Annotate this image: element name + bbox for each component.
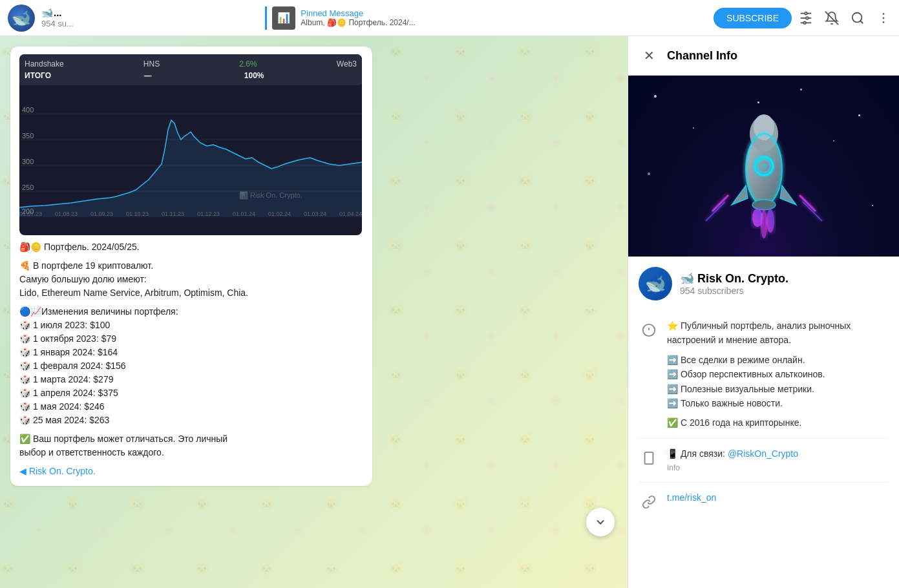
more-icon[interactable]: [876, 10, 891, 26]
channel-link[interactable]: ◀ Risk On. Crypto.: [19, 466, 96, 476]
row2-percent: 100%: [244, 71, 264, 80]
contact-sublabel: Info: [667, 462, 889, 474]
channel-icon-large: 🐋: [639, 267, 672, 300]
message-text: 🎒🪙 Портфель. 2024/05/25. 🍕 В портфеле 19…: [19, 240, 363, 478]
subscribe-button[interactable]: SUBSCRIBE: [714, 8, 792, 28]
star-7: [872, 205, 873, 206]
info-link-row: t.me/risk_on: [639, 483, 889, 520]
svg-line-50: [803, 202, 822, 221]
info-contact-row: 📱 Для связи: @RiskOn_Crypto Info: [639, 439, 889, 483]
filter-icon[interactable]: [798, 10, 814, 26]
panel-title: Channel Info: [667, 49, 737, 63]
svg-text:01.11.23: 01.11.23: [162, 211, 184, 217]
msg-line2: Самую большую долю имеют:: [19, 274, 147, 284]
channel-name: 🐋...: [41, 7, 62, 19]
star-3: [693, 127, 694, 129]
contact-label: 📱 Для связи:: [667, 448, 725, 459]
panel-close-button[interactable]: ✕: [639, 45, 659, 66]
row1-ticker: HNS: [143, 59, 160, 68]
star-1: [654, 95, 657, 98]
star-5: [833, 140, 834, 142]
pinned-info: Pinned Message Album, 🎒🪙 Портфель. 2024/…: [301, 8, 415, 27]
svg-text:350: 350: [22, 132, 34, 140]
svg-point-2: [805, 12, 807, 14]
info-description-text: ⭐ Публичный портфель, анализ рыночных на…: [667, 319, 889, 430]
main-content: Handshake HNS 2.6% Web3 ИТОГО — 100%: [0, 36, 899, 588]
svg-line-47: [712, 195, 728, 211]
messages-container: Handshake HNS 2.6% Web3 ИТОГО — 100%: [10, 47, 385, 486]
info-link-text: t.me/risk_on: [667, 490, 889, 505]
search-icon[interactable]: [850, 10, 865, 26]
svg-text:01.01.24: 01.01.24: [233, 211, 255, 217]
mute-icon[interactable]: [824, 10, 840, 26]
svg-point-46: [761, 210, 767, 238]
channel-banner: [628, 76, 899, 257]
channel-name-area: 🐋... 954 su...: [41, 7, 259, 28]
panel-header: ✕ Channel Info: [628, 36, 899, 76]
info-section: ⭐ Публичный портфель, анализ рыночных на…: [628, 311, 899, 530]
contact-link[interactable]: @RiskOn_Crypto: [728, 448, 798, 459]
svg-text:250: 250: [22, 184, 34, 191]
channel-identity: 🐋 🐋 Risk On. Crypto. 954 subscribers: [628, 257, 899, 311]
pinned-message-area[interactable]: 📊 Pinned Message Album, 🎒🪙 Портфель. 202…: [265, 6, 707, 30]
msg-item7: 🎲 1 мая 2024: $246: [19, 401, 105, 412]
row1-percent: 2.6%: [239, 59, 257, 68]
chart-image: Handshake HNS 2.6% Web3 ИТОГО — 100%: [19, 54, 362, 235]
desc-line3: ➡️ Обзор перспективных альткоинов.: [667, 367, 889, 381]
row1-name: Handshake: [25, 59, 64, 68]
star-4: [757, 101, 759, 103]
svg-text:01.08.23: 01.08.23: [55, 211, 78, 217]
svg-point-40: [761, 163, 767, 169]
header: 🐋 🐋... 954 su... 📊 Pinned Message Album,…: [0, 0, 899, 36]
rocket-svg: [699, 92, 829, 240]
contact-line: 📱 Для связи: @RiskOn_Crypto: [667, 446, 889, 461]
svg-text:01.07.23: 01.07.23: [19, 211, 42, 217]
close-icon: ✕: [644, 48, 655, 63]
svg-line-49: [799, 195, 816, 211]
msg-item8: 🎲 25 мая 2024: $263: [19, 415, 109, 425]
row1-category: Web3: [337, 59, 357, 68]
channel-info-panel: ✕ Channel Info: [628, 36, 899, 588]
scroll-down-button[interactable]: [586, 508, 615, 536]
svg-text:📊 Risk On. Crypto.: 📊 Risk On. Crypto.: [239, 191, 302, 200]
channel-url-link[interactable]: t.me/risk_on: [667, 492, 716, 503]
svg-text:01.02.24: 01.02.24: [268, 211, 291, 217]
phone-icon: [639, 448, 659, 468]
svg-text:400: 400: [22, 106, 34, 114]
link-icon: [639, 492, 659, 512]
msg-item4: 🎲 1 февраля 2024: $156: [19, 361, 126, 371]
msg-line1: 🍕 В портфеле 19 криптовалют.: [19, 260, 153, 271]
channel-top-row: 🐋...: [41, 7, 259, 19]
svg-point-12: [883, 13, 885, 15]
row2-name: ИТОГО: [25, 71, 51, 80]
svg-line-11: [860, 21, 863, 23]
svg-line-48: [706, 202, 725, 221]
row2-ticker: —: [143, 71, 151, 80]
msg-line5: ✅ Ваш портфель может отличаться. Это лич…: [19, 434, 227, 444]
chat-background: Handshake HNS 2.6% Web3 ИТОГО — 100%: [0, 36, 628, 588]
channel-identity-text: 🐋 Risk On. Crypto. 954 subscribers: [680, 271, 788, 296]
svg-text:01.04.24: 01.04.24: [339, 211, 362, 217]
svg-point-14: [883, 21, 885, 23]
svg-text:300: 300: [22, 158, 34, 165]
msg-title: 🎒🪙 Портфель. 2024/05/25.: [19, 242, 140, 252]
svg-point-5: [806, 17, 809, 19]
desc-line5: ➡️ Только важные новости.: [667, 396, 889, 410]
pinned-label: Pinned Message: [301, 8, 415, 18]
msg-item6: 🎲 1 апреля 2024: $375: [19, 388, 118, 398]
channel-avatar[interactable]: 🐋: [8, 5, 35, 32]
pinned-thumb: 📊: [272, 6, 295, 30]
star-6: [648, 173, 650, 175]
msg-line6: выбор и ответственность каждого.: [19, 447, 164, 457]
chart-table-row-2: ИТОГО — 100%: [25, 70, 357, 81]
svg-point-45: [767, 209, 774, 233]
svg-rect-54: [645, 452, 653, 464]
star-2: [858, 114, 860, 116]
message-bubble: Handshake HNS 2.6% Web3 ИТОГО — 100%: [10, 47, 372, 486]
msg-line4: 🔵📈Изменения величины портфеля:: [19, 306, 178, 317]
info-description-row: ⭐ Публичный портфель, анализ рыночных на…: [639, 311, 889, 439]
chat-area: Handshake HNS 2.6% Web3 ИТОГО — 100%: [0, 36, 628, 588]
desc-line4: ➡️ Полезные визуальные метрики.: [667, 382, 889, 396]
info-circle-icon: [639, 320, 659, 341]
svg-text:01.10.23: 01.10.23: [126, 211, 149, 217]
